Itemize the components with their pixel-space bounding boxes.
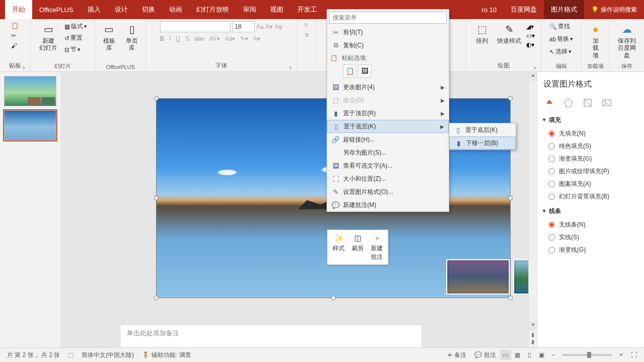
save-baidu-button[interactable]: ☁保存到 百度网盘 — [613, 21, 641, 60]
menu-format-picture[interactable]: ✎设置图片格式(O)... — [327, 185, 449, 198]
font-color-button[interactable]: A▾ — [253, 35, 260, 42]
menu-change-picture[interactable]: 🖼更改图片(4)▶ — [327, 81, 449, 94]
cut-button[interactable]: ✂ — [9, 31, 21, 40]
normal-view-button[interactable]: ▭ — [500, 350, 511, 360]
reset-button[interactable]: ↺ 重置 — [62, 33, 89, 43]
resize-handle-tr[interactable] — [508, 96, 513, 101]
shape-fill-button[interactable]: ◢▾ — [526, 23, 535, 30]
gradient-line-option[interactable]: 渐变线(G) — [543, 244, 638, 256]
scroll-down-icon[interactable]: ▾ — [529, 322, 537, 330]
tab-develop[interactable]: 开发工 — [290, 0, 324, 19]
strike-button[interactable]: abc — [194, 35, 204, 42]
menu-copy[interactable]: ⧉复制(C) — [327, 39, 449, 52]
tab-help-search[interactable]: 💡操作说明搜索 — [584, 0, 644, 19]
template-lib-button[interactable]: ▭模板库 — [99, 21, 120, 53]
italic-button[interactable]: I — [169, 35, 171, 42]
accessibility-checker[interactable]: 🧍辅助功能: 调查 — [138, 351, 195, 359]
section-button[interactable]: ⊟ 节 ▾ — [62, 44, 89, 55]
resize-handle-br[interactable] — [508, 296, 513, 300]
mini-crop-button[interactable]: ◫裁剪 — [349, 232, 367, 262]
solid-line-option[interactable]: 实线(S) — [543, 231, 638, 244]
dialog-launcher-icon[interactable]: ↘ — [21, 64, 25, 70]
language-indicator[interactable]: 简体中文(中国大陆) — [77, 351, 138, 359]
decrease-font-icon[interactable]: A▾ — [266, 23, 273, 30]
format-painter-button[interactable]: 🖌 — [9, 41, 21, 50]
size-tab[interactable] — [582, 97, 594, 109]
tab-ext1[interactable]: ro 10 — [474, 0, 504, 19]
notes-toggle[interactable]: ≐ 备注 — [443, 351, 470, 359]
no-fill-option[interactable]: 无填充(N) — [543, 127, 638, 140]
shape-outline-button[interactable]: ▭▾ — [526, 32, 535, 39]
single-page-button[interactable]: ▯单页库 — [122, 21, 143, 53]
tab-insert[interactable]: 插入 — [80, 0, 108, 19]
reading-view-button[interactable]: ▯ — [524, 350, 535, 360]
slide-bg-fill-option[interactable]: 幻灯片背景填充(B) — [543, 190, 638, 203]
font-size-combo[interactable]: 18 — [232, 21, 255, 32]
menu-size-position[interactable]: ⛶大小和位置(Z)... — [327, 172, 449, 185]
no-line-option[interactable]: 无线条(N) — [543, 219, 638, 231]
comments-toggle[interactable]: 💬 批注 — [470, 351, 500, 359]
menu-search[interactable] — [329, 12, 447, 24]
tab-officeplus[interactable]: OfficePLUS — [32, 0, 80, 19]
menu-new-comment[interactable]: 💬新建批注(M) — [327, 198, 449, 211]
highlight-button[interactable]: ✎▾ — [240, 35, 248, 42]
gradient-fill-option[interactable]: 渐变填充(G) — [543, 153, 638, 165]
font-name-combo[interactable] — [160, 21, 230, 32]
fill-section-header[interactable]: 填充 — [543, 116, 638, 124]
effects-tab[interactable] — [562, 97, 575, 109]
solid-fill-option[interactable]: 纯色填充(S) — [543, 140, 638, 153]
shape-effects-button[interactable]: ◐▾ — [526, 41, 535, 48]
menu-cut[interactable]: ✂剪切(T) — [327, 26, 449, 39]
slideshow-view-button[interactable]: ▣ — [536, 350, 547, 360]
quick-style-button[interactable]: ✎快速样式 — [494, 21, 524, 45]
zoom-in-button[interactable]: + — [615, 351, 627, 358]
tab-baidu[interactable]: 百度网盘 — [504, 0, 544, 19]
notes-pane[interactable]: 单击此处添加备注 — [121, 324, 421, 347]
tab-picture-format[interactable]: 图片格式 — [544, 0, 584, 19]
fit-window-button[interactable]: ⛶ — [627, 351, 641, 358]
select-button[interactable]: ↖ 选择 ▾ — [547, 46, 575, 57]
shadow-button[interactable]: S — [185, 35, 189, 42]
menu-search-input[interactable] — [329, 12, 447, 24]
fill-line-tab[interactable] — [543, 97, 555, 109]
resize-handle-tl[interactable] — [154, 96, 158, 101]
resize-handle-bl[interactable] — [154, 296, 158, 300]
underline-button[interactable]: U — [176, 35, 181, 42]
sorter-view-button[interactable]: ▦ — [512, 350, 523, 360]
spellcheck-icon[interactable]: ⬚ — [64, 351, 77, 358]
picture-fill-option[interactable]: 图片或纹理填充(P) — [543, 165, 638, 178]
submenu-send-to-back[interactable]: ▯置于底层(K) — [449, 123, 516, 136]
paste-keep-formatting[interactable]: 📋 — [343, 64, 356, 78]
increase-font-icon[interactable]: A▴ — [257, 23, 264, 30]
tab-start[interactable]: 开始 — [5, 0, 32, 19]
menu-save-as-picture[interactable]: 另存为图片(S)... — [327, 146, 449, 159]
zoom-thumb[interactable] — [587, 352, 591, 358]
addons-button[interactable]: ●加 载 项 — [586, 21, 606, 60]
align-left-icon[interactable]: ≡ — [304, 21, 309, 28]
resize-handle-bm[interactable] — [331, 296, 336, 300]
bullets-icon[interactable]: ≣ — [304, 31, 309, 38]
new-slide-button[interactable]: ▭ 新建 幻灯片 — [36, 21, 60, 53]
dialog-launcher-icon[interactable]: ↘ — [288, 64, 292, 70]
paste-as-picture[interactable]: 🖼 — [358, 64, 371, 78]
pattern-fill-option[interactable]: 图案填充(A) — [543, 178, 638, 190]
char-spacing-button[interactable]: AV▾ — [209, 35, 220, 42]
clear-format-icon[interactable]: Aφ — [275, 23, 283, 30]
menu-hyperlink[interactable]: 🔗超链接(H)... — [327, 133, 449, 146]
zoom-slider[interactable] — [562, 354, 612, 356]
menu-bring-front[interactable]: ▮置于顶层(R)▶ — [327, 107, 449, 120]
slide-thumb-2[interactable] — [4, 110, 56, 140]
scroll-up-icon[interactable]: ▴ — [529, 72, 537, 81]
menu-send-back[interactable]: ▯置于底层(K)▶ — [327, 120, 449, 133]
tab-review[interactable]: 审阅 — [236, 0, 263, 19]
find-button[interactable]: 🔍 查找 — [547, 21, 575, 32]
picture-tab[interactable] — [601, 97, 613, 109]
change-case-button[interactable]: Aa▾ — [225, 35, 235, 42]
tab-animation[interactable]: 动画 — [162, 0, 189, 19]
menu-alt-text[interactable]: 🖼查看可选文字(A)... — [327, 159, 449, 172]
tab-view[interactable]: 视图 — [263, 0, 290, 19]
resize-handle-ml[interactable] — [154, 196, 158, 200]
submenu-send-backward[interactable]: ▮下移一层(B) — [449, 136, 516, 150]
paste-button[interactable]: 📋 — [9, 21, 21, 30]
tab-transition[interactable]: 切换 — [135, 0, 162, 19]
